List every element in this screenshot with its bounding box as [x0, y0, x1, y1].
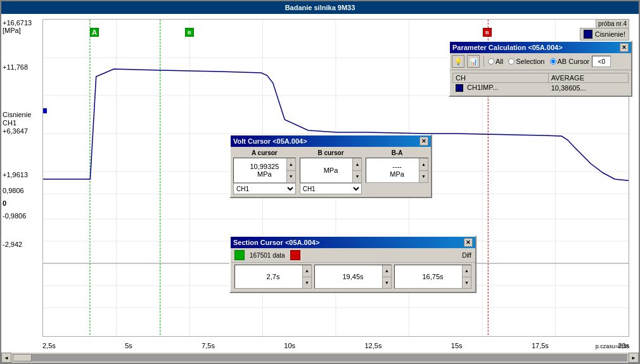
section-start-spinners: ▲ ▼	[302, 265, 311, 288]
time-step-label: p.czasu=0,5s	[596, 343, 629, 349]
section-diff-box: 16,75s ▲ ▼	[394, 265, 471, 289]
param-dialog: Parameter Calculation <05A.004> ✕ 💡 📊 Al…	[449, 41, 632, 97]
cursor-a-marker[interactable]: A	[90, 28, 99, 37]
section-end-spinners: ▲ ▼	[382, 265, 391, 288]
section-start-box: 2,7s ▲ ▼	[234, 265, 312, 289]
section-green-icon[interactable]	[234, 250, 245, 260]
volt-b-spinners: ▲ ▼	[352, 158, 361, 182]
y-label-neg2942: -2,942	[3, 241, 22, 248]
volt-b-channel-select[interactable]: CH1	[300, 183, 362, 194]
param-toolbar: 💡 📊 All Selection AB Cursor	[450, 53, 631, 70]
y-label-channel: Cisnienie CH1 +6,3647	[3, 111, 31, 136]
volt-columns: A cursor 10,99325 MPa ▲ ▼ CH1	[233, 149, 428, 194]
legend-color-box	[584, 30, 592, 39]
x-label-10: 10s	[284, 342, 295, 349]
scroll-left-btn[interactable]: ◄	[1, 353, 11, 363]
section-toolbar: 167501 data Diff	[231, 248, 475, 263]
section-values: 2,7s ▲ ▼ 19,45s ▲ ▼ 16,75s ▲ ▼	[231, 263, 475, 292]
main-window: Badanie silnika 9M33 +16,6713 [MPa] +11,…	[0, 0, 640, 364]
param-channel-cell: CH1IMP...	[453, 83, 549, 93]
section-end-spin-down[interactable]: ▼	[383, 277, 391, 289]
volt-dialog-close[interactable]: ✕	[419, 137, 428, 146]
y-label-neg09806: -0,9806	[3, 212, 26, 220]
param-input[interactable]	[592, 56, 611, 67]
y-label-19613: +1,9613	[3, 171, 28, 179]
section-dialog-title[interactable]: Section Cursor <05A.004> ✕	[231, 237, 475, 248]
section-start-spin-up[interactable]: ▲	[303, 265, 311, 277]
y-label-mpa: [MPa]	[3, 27, 21, 34]
x-label-125: 12,5s	[364, 342, 381, 349]
param-col-ch: CH	[453, 73, 549, 83]
volt-a-spinners: ▲ ▼	[286, 158, 295, 182]
volt-b-spin-down[interactable]: ▼	[353, 171, 361, 183]
cursor-red-marker[interactable]: B	[483, 28, 492, 37]
section-start-spin-down[interactable]: ▼	[303, 277, 311, 289]
channel-color	[456, 84, 463, 92]
volt-a-spin-down[interactable]: ▼	[287, 171, 295, 183]
param-col-avg: AVERAGE	[548, 73, 628, 83]
volt-b-header: B cursor	[300, 149, 362, 156]
radio-selection[interactable]: Selection	[508, 58, 544, 65]
x-label-5: 5s	[125, 342, 132, 349]
x-label-15: 15s	[451, 342, 463, 349]
legend-text: Cisnienie!	[595, 30, 625, 38]
param-body: CH AVERAGE CH1IMP... 10,38605...	[450, 70, 631, 96]
y-label-09806: 0,9806	[3, 187, 24, 194]
svg-rect-22	[43, 108, 47, 113]
volt-col-ba: B-A ---- MPa ▲ ▼	[366, 149, 428, 194]
title-bar: Badanie silnika 9M33	[1, 1, 639, 14]
legend-box: Cisnienie!	[580, 28, 629, 41]
volt-a-header: A cursor	[233, 149, 296, 156]
section-diff-spinners: ▲ ▼	[462, 265, 471, 288]
scroll-track[interactable]	[13, 354, 627, 361]
param-bulb-icon[interactable]: 💡	[452, 55, 464, 68]
volt-b-spin-up[interactable]: ▲	[353, 158, 361, 171]
cursor-b-marker-top[interactable]: B	[185, 28, 194, 37]
param-chart-icon[interactable]: 📊	[467, 55, 480, 68]
volt-a-spin-up[interactable]: ▲	[287, 158, 295, 171]
y-label-top: +16,6713	[3, 19, 32, 27]
section-cursor-dialog: Section Cursor <05A.004> ✕ 167501 data D…	[229, 235, 477, 293]
param-value-cell: 10,38605...	[548, 83, 628, 93]
section-data-count: 167501 data	[250, 252, 285, 259]
section-diff-label: Diff	[462, 252, 471, 259]
x-label-25: 2,5s	[42, 342, 56, 349]
section-dialog-close[interactable]: ✕	[464, 238, 473, 247]
volt-col-a: A cursor 10,99325 MPa ▲ ▼ CH1	[233, 149, 296, 194]
param-radio-group: All Selection AB Cursor	[488, 58, 589, 65]
volt-dialog-body: A cursor 10,99325 MPa ▲ ▼ CH1	[231, 147, 431, 197]
volt-b-value-box: MPa ▲ ▼	[300, 158, 362, 183]
volt-ba-spin-down[interactable]: ▼	[419, 171, 428, 183]
section-diff-spin-up[interactable]: ▲	[463, 265, 471, 277]
scroll-thumb[interactable]	[13, 354, 32, 361]
volt-ba-spin-up[interactable]: ▲	[419, 158, 428, 171]
bottom-scrollbar[interactable]: ◄ ►	[1, 353, 639, 363]
section-diff-spin-down[interactable]: ▼	[463, 277, 471, 289]
param-dialog-title[interactable]: Parameter Calculation <05A.004> ✕	[450, 42, 631, 53]
radio-abcursor[interactable]: AB Cursor	[550, 58, 590, 65]
param-table: CH AVERAGE CH1IMP... 10,38605...	[452, 73, 629, 93]
probe-label: próba nr.4	[596, 19, 629, 28]
volt-ba-spinners: ▲ ▼	[419, 158, 428, 182]
x-label-75: 7,5s	[202, 342, 215, 349]
section-red-icon[interactable]	[290, 250, 300, 260]
window-title: Badanie silnika 9M33	[285, 4, 355, 11]
y-label-zero: 0	[3, 199, 6, 207]
volt-dialog-title[interactable]: Volt Cursor <05A.004> ✕	[231, 135, 431, 147]
volt-a-channel-select[interactable]: CH1	[233, 183, 296, 194]
volt-a-value-box: 10,99325 MPa ▲ ▼	[233, 158, 296, 183]
param-dialog-close[interactable]: ✕	[620, 43, 629, 52]
section-end-box: 19,45s ▲ ▼	[314, 265, 392, 289]
x-axis: 2,5s 5s 7,5s 10s 12,5s 15s 17,5s 20s	[42, 342, 629, 349]
param-table-row: CH1IMP... 10,38605...	[453, 83, 629, 93]
volt-col-b: B cursor MPa ▲ ▼ CH1	[300, 149, 362, 194]
scroll-right-btn[interactable]: ►	[629, 353, 639, 363]
x-label-175: 17,5s	[532, 342, 549, 349]
y-label-11768: +11,768	[3, 63, 28, 71]
section-end-spin-up[interactable]: ▲	[383, 265, 391, 277]
volt-ba-value-box: ---- MPa ▲ ▼	[366, 158, 428, 183]
radio-all[interactable]: All	[488, 58, 503, 65]
volt-cursor-dialog: Volt Cursor <05A.004> ✕ A cursor 10,9932…	[229, 134, 432, 198]
volt-ba-header: B-A	[366, 149, 428, 156]
